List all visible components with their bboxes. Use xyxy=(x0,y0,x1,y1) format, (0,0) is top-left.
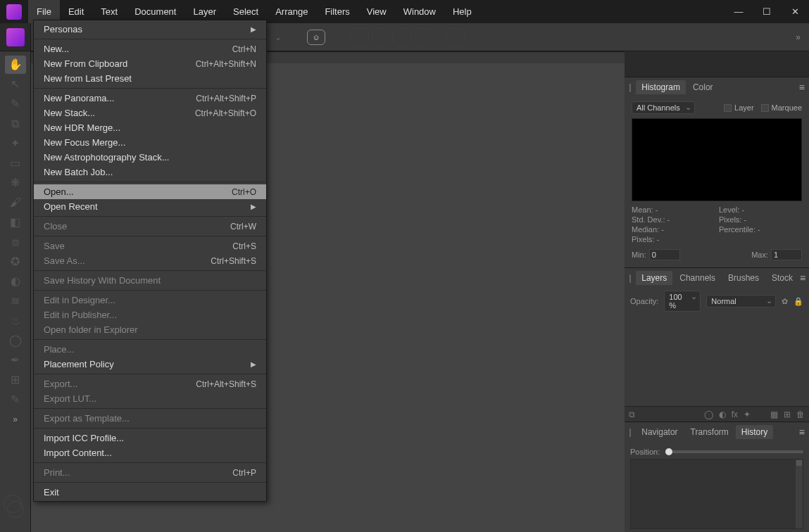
assistant-icon[interactable]: ☺ xyxy=(307,30,325,45)
menuitem-new-astrophotography-stack[interactable]: New Astrophotography Stack... xyxy=(34,150,266,165)
menuitem-import-content[interactable]: Import Content... xyxy=(34,445,266,460)
history-list[interactable] xyxy=(630,459,803,529)
tab-channels[interactable]: Channels xyxy=(674,271,721,285)
menuitem-import-icc-profile[interactable]: Import ICC Profile... xyxy=(34,431,266,445)
dodge[interactable]: ◐ xyxy=(5,272,26,291)
scrollbar[interactable] xyxy=(796,460,803,528)
blur[interactable]: ♨ xyxy=(5,312,26,330)
clone[interactable]: ⧇ xyxy=(5,233,26,251)
add-pixel-layer-icon[interactable]: ▦ xyxy=(770,410,778,419)
text[interactable]: ✎ xyxy=(5,391,26,409)
adjustment-icon[interactable]: ◐ xyxy=(719,410,726,419)
panel-menu-icon[interactable]: ≡ xyxy=(800,272,805,284)
add-layer-icon[interactable]: ⊞ xyxy=(784,410,791,419)
menuitem-exit[interactable]: Exit xyxy=(34,485,266,500)
layer-checkbox[interactable] xyxy=(724,104,732,112)
window-close[interactable]: ✕ xyxy=(781,0,809,23)
color-swatch[interactable] xyxy=(7,501,24,518)
move-tool[interactable]: ↖ xyxy=(5,75,26,94)
channel-combo[interactable]: All Channels xyxy=(632,101,695,114)
stat-percentile: Percentile: - xyxy=(719,225,802,234)
menuitem-new-batch-job[interactable]: New Batch Job... xyxy=(34,165,266,179)
tb-btn-12[interactable] xyxy=(393,28,411,46)
menuitem-new-panorama[interactable]: New Panorama...Ctrl+Alt+Shift+P xyxy=(34,91,266,106)
window-maximize[interactable]: ☐ xyxy=(753,0,781,23)
menu-view[interactable]: View xyxy=(358,0,395,23)
mask-icon[interactable]: ◯ xyxy=(704,410,713,419)
tools-overflow[interactable]: » xyxy=(13,414,18,424)
menuitem-personas[interactable]: Personas▶ xyxy=(34,22,266,37)
tab-stock[interactable]: Stock xyxy=(766,271,798,285)
paint-brush[interactable]: 🖌 xyxy=(5,194,26,212)
menu-filters[interactable]: Filters xyxy=(316,0,358,23)
menuitem-new[interactable]: New...Ctrl+N xyxy=(34,42,266,56)
marquee-checkbox[interactable] xyxy=(761,104,769,112)
gear-icon[interactable]: ✿ xyxy=(782,297,788,306)
stat-level: Level: - xyxy=(719,205,802,214)
menuitem-open[interactable]: Open...Ctrl+O xyxy=(34,184,266,199)
tab-history[interactable]: History xyxy=(736,425,773,439)
menuitem-new-from-last-preset[interactable]: New from Last Preset xyxy=(34,71,266,86)
menuitem-place: Place... xyxy=(34,342,266,357)
layer-group-icon[interactable]: ⧉ xyxy=(629,410,635,419)
fx-icon[interactable]: fx xyxy=(732,410,738,419)
crop-tool[interactable]: ⧉ xyxy=(5,115,26,133)
menuitem-placement-policy[interactable]: Placement Policy▶ xyxy=(34,357,266,372)
marquee[interactable]: ▭ xyxy=(5,154,26,172)
opacity-combo[interactable]: 100 % xyxy=(664,291,701,312)
menuitem-new-hdr-merge[interactable]: New HDR Merge... xyxy=(34,120,266,135)
stat-pixels: Pixels: - xyxy=(632,235,715,243)
smudge[interactable]: ≋ xyxy=(5,292,26,310)
inpaint[interactable]: ✪ xyxy=(5,253,26,271)
panel-menu-icon[interactable]: ≡ xyxy=(799,82,805,93)
tb-btn-11[interactable] xyxy=(372,28,390,46)
flood-select[interactable]: ❋ xyxy=(5,174,26,192)
panel-drag-handle[interactable]: || xyxy=(629,82,634,92)
tab-navigator[interactable]: Navigator xyxy=(636,425,683,439)
tab-transform[interactable]: Transform xyxy=(685,425,734,439)
menuitem-save-as: Save As...Ctrl+Shift+S xyxy=(34,253,266,268)
erase[interactable]: ◧ xyxy=(5,213,26,232)
sponge[interactable]: ◯ xyxy=(5,331,26,350)
position-label: Position: xyxy=(630,448,660,456)
layers-list[interactable] xyxy=(630,315,803,403)
panel-drag-handle[interactable]: || xyxy=(629,427,634,437)
position-slider[interactable] xyxy=(665,450,803,453)
panel-menu-icon[interactable]: ≡ xyxy=(799,426,805,438)
delete-layer-icon[interactable]: 🗑 xyxy=(796,410,805,419)
toolbar-overflow[interactable]: » xyxy=(796,32,805,42)
tb-btn-14[interactable] xyxy=(446,28,465,46)
tab-histogram[interactable]: Histogram xyxy=(636,80,686,94)
menu-window[interactable]: Window xyxy=(395,0,444,23)
persona-icon[interactable] xyxy=(0,23,31,51)
min-input[interactable] xyxy=(649,249,680,260)
menuitem-new-stack[interactable]: New Stack...Ctrl+Alt+Shift+O xyxy=(34,106,266,120)
menuitem-open-recent[interactable]: Open Recent▶ xyxy=(34,199,266,214)
tab-brushes[interactable]: Brushes xyxy=(722,271,765,285)
menuitem-new-focus-merge[interactable]: New Focus Merge... xyxy=(34,135,266,150)
tab-layers[interactable]: Layers xyxy=(636,271,672,285)
panel-layers: || Layers Channels Brushes Stock ≡ Opaci… xyxy=(625,267,809,422)
window-minimize[interactable]: — xyxy=(725,0,753,23)
panel-drag-handle[interactable]: || xyxy=(629,273,634,283)
menuitem-new-from-clipboard[interactable]: New From ClipboardCtrl+Alt+Shift+N xyxy=(34,56,266,71)
menu-help[interactable]: Help xyxy=(444,0,480,23)
color-picker[interactable]: ✎ xyxy=(5,95,26,113)
tb-btn-13[interactable] xyxy=(414,28,432,46)
menuitem-open-folder-in-explorer: Open folder in Explorer xyxy=(34,322,266,337)
live-filter-icon[interactable]: ✦ xyxy=(744,410,751,419)
lock-icon[interactable]: 🔒 xyxy=(794,297,803,306)
right-panels: || Histogram Color ≡ All Channels Layer … xyxy=(625,51,809,532)
mesh[interactable]: ⊞ xyxy=(5,371,26,389)
menuitem-export: Export...Ctrl+Alt+Shift+S xyxy=(34,376,266,391)
blend-combo[interactable]: Normal xyxy=(706,295,776,308)
tb-btn-10[interactable] xyxy=(351,28,369,46)
stat-median: Median: - xyxy=(632,225,715,234)
tab-color[interactable]: Color xyxy=(687,80,719,94)
menu-arrange[interactable]: Arrange xyxy=(267,0,316,23)
hand-tool[interactable]: ✋ xyxy=(5,56,26,74)
selection-brush[interactable]: ✦ xyxy=(5,134,26,153)
max-input[interactable] xyxy=(771,249,802,260)
opacity-label: Opacity: xyxy=(630,297,658,305)
pen[interactable]: ✒ xyxy=(5,351,26,369)
